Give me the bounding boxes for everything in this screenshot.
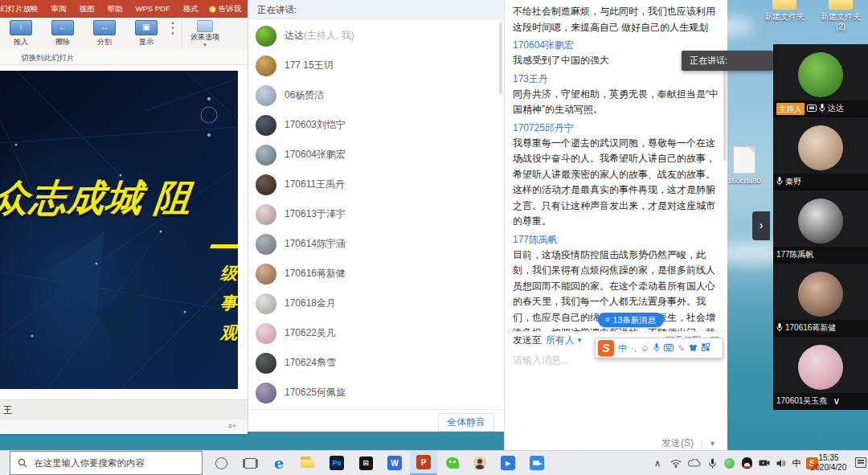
tell-me-menu-item[interactable]: 告诉我: [205, 4, 242, 14]
send-to-selector[interactable]: 所有人: [546, 334, 575, 347]
participant-row[interactable]: 06杨赟洁: [248, 80, 504, 110]
slide-canvas[interactable]: 众志成城 阻 级事观: [0, 71, 238, 389]
chat-scrollbar[interactable]: [723, 56, 727, 161]
menu-item-帮助[interactable]: 帮助: [101, 4, 129, 14]
video-tile-label: 秦野: [773, 174, 868, 190]
handwriting-icon[interactable]: ✎: [678, 344, 685, 353]
chevron-down-icon[interactable]: ∨: [833, 395, 840, 407]
video-tile[interactable]: 170616蒋新健: [773, 264, 868, 336]
ppt-notes-bar[interactable]: 王: [0, 399, 248, 420]
tray-expand-icon[interactable]: ∧: [648, 451, 667, 475]
participants-scrollbar[interactable]: [499, 23, 502, 95]
toolbox-icon[interactable]: [702, 343, 710, 353]
microphone-icon: [819, 104, 825, 114]
lightbulb-icon: [210, 6, 215, 12]
participant-row[interactable]: 170611王禹丹: [248, 170, 504, 199]
chinese-mode-icon[interactable]: 中: [618, 344, 627, 353]
participant-row[interactable]: 170618金月: [248, 289, 504, 318]
desktop: 幻灯片放映审阅视图帮助WPS PDF格式 告诉我 ↑推入←擦除↔分割▣显示 ▲ …: [0, 0, 868, 475]
speaker-icon[interactable]: [773, 451, 789, 475]
ppt-window: 幻灯片放映审阅视图帮助WPS PDF格式 告诉我 ↑推入←擦除↔分割▣显示 ▲ …: [0, 0, 248, 434]
zoom-control-icon[interactable]: ≡+: [227, 422, 236, 430]
participant-row[interactable]: 170622吴凡: [248, 318, 504, 348]
transition-wipe-transition-icon[interactable]: ←擦除: [42, 18, 84, 47]
chat-input[interactable]: 请输入消息...: [513, 354, 569, 367]
action-center-icon[interactable]: [855, 457, 866, 468]
onedrive-cloud-icon[interactable]: [685, 451, 704, 475]
wechat-icon[interactable]: [439, 451, 466, 475]
scroll-down-icon[interactable]: ▼: [170, 27, 175, 31]
video-tile[interactable]: 170601吴玉燕∨: [773, 337, 868, 409]
tencent-meeting-icon[interactable]: [523, 451, 551, 475]
transition-label: 显示: [139, 37, 154, 47]
chat-sender-name[interactable]: 177陈禹帆: [513, 231, 719, 248]
wps-icon[interactable]: W: [381, 451, 408, 475]
camera-icon[interactable]: [755, 451, 773, 475]
edge-icon[interactable]: e: [265, 451, 293, 475]
avatar: [256, 26, 276, 47]
emoji-icon[interactable]: ☺: [641, 344, 649, 353]
menu-item-视图[interactable]: 视图: [73, 4, 101, 14]
ime-chinese-icon[interactable]: 中: [789, 451, 804, 475]
menu-item-格式[interactable]: 格式: [177, 4, 205, 14]
send-button[interactable]: 发送(S) | ▼: [661, 436, 716, 450]
panel-collapse-button[interactable]: ›: [752, 211, 770, 240]
menu-item-幻灯片放映[interactable]: 幻灯片放映: [0, 4, 45, 14]
chat-message-area[interactable]: 不给社会制造麻烦，与此同时，我们也应该利用这段时间嗯，来提高自己 做好自己的人生…: [505, 0, 727, 331]
transition-reveal-transition-icon[interactable]: ▣显示: [125, 18, 167, 47]
video-tile[interactable]: 秦野: [773, 117, 868, 190]
participant-row[interactable]: 170613于泽宇: [248, 199, 504, 229]
taskbar-search-box[interactable]: 在这里输入你要搜索的内容: [10, 451, 203, 475]
video-tile[interactable]: 主持人达达: [773, 44, 868, 117]
wechat-tray-icon[interactable]: [720, 451, 738, 475]
gallery-expand-icon[interactable]: ▼: [170, 32, 175, 36]
desktop-folder-icon[interactable]: 新建文件夹(2): [815, 0, 866, 31]
tencent-classroom-icon[interactable]: ▶: [494, 451, 522, 475]
mute-all-button[interactable]: 全体静音: [438, 413, 494, 432]
keyboard-icon[interactable]: [664, 344, 674, 353]
microphone-icon[interactable]: [704, 451, 720, 475]
video-tile-label: 170616蒋新健: [773, 320, 868, 336]
video-tile[interactable]: 177陈禹帆: [773, 190, 868, 263]
participant-row[interactable]: 170616蒋新健: [248, 259, 504, 289]
punctuation-icon[interactable]: ·,: [631, 344, 637, 353]
participant-row[interactable]: 170603刘恺宁: [248, 110, 504, 140]
ms-store-icon[interactable]: ⊞: [352, 451, 379, 475]
sogou-ime-toolbar[interactable]: S 中 ·, ☺ ✎: [595, 338, 723, 358]
file-explorer-icon[interactable]: [294, 451, 321, 475]
menu-item-WPS PDF[interactable]: WPS PDF: [129, 4, 177, 14]
dropdown-caret-icon: ▼: [203, 43, 207, 47]
effect-options-button[interactable]: 效果选项 ▼: [182, 18, 227, 47]
participant-row[interactable]: 177 15王玥: [248, 51, 504, 80]
participant-row[interactable]: 170604张鹏宏: [248, 140, 504, 170]
scroll-up-icon[interactable]: ▲: [170, 21, 175, 25]
participant-row[interactable]: 170625何佩旋: [248, 378, 504, 407]
wifi-icon[interactable]: [667, 451, 685, 475]
participant-row[interactable]: 达达(主持人, 我): [248, 21, 504, 51]
photoshop-icon[interactable]: Ps: [323, 451, 350, 475]
desktop-folder-icon[interactable]: 新建文件夹: [759, 0, 810, 23]
send-options-caret-icon[interactable]: ▼: [709, 440, 716, 448]
slide-vertical-char: 级: [220, 262, 237, 285]
transition-split-transition-icon[interactable]: ↔分割: [84, 18, 125, 47]
new-messages-badge[interactable]: « 13条新消息: [598, 313, 664, 327]
skin-icon[interactable]: [689, 344, 698, 353]
voice-icon[interactable]: [653, 343, 660, 354]
powerpoint-icon[interactable]: P: [410, 451, 437, 475]
sogou-logo-icon[interactable]: S: [598, 340, 614, 356]
contacts-icon[interactable]: [466, 451, 493, 475]
desktop-file-icon[interactable]: 160cda80: [722, 146, 767, 185]
chat-sender-name[interactable]: 173王丹: [513, 71, 719, 87]
chat-sender-name[interactable]: 170725邱丹宁: [513, 120, 719, 136]
taskbar-clock[interactable]: 15:35 2020/4/20: [805, 453, 852, 473]
participant-row[interactable]: 170614陈宇涵: [248, 229, 504, 259]
video-tile-label: 177陈禹帆: [773, 247, 868, 263]
gallery-scroll-buttons[interactable]: ▲ ▼ ▼: [167, 21, 178, 36]
task-view-icon[interactable]: [236, 451, 264, 475]
cortana-icon[interactable]: [207, 451, 235, 475]
participant-row[interactable]: 170624詹雪: [248, 348, 504, 378]
transition-push-transition-icon[interactable]: ↑推入: [0, 18, 42, 47]
qq-icon[interactable]: [738, 451, 755, 475]
avatar: [256, 174, 276, 195]
menu-item-审阅[interactable]: 审阅: [45, 4, 73, 14]
